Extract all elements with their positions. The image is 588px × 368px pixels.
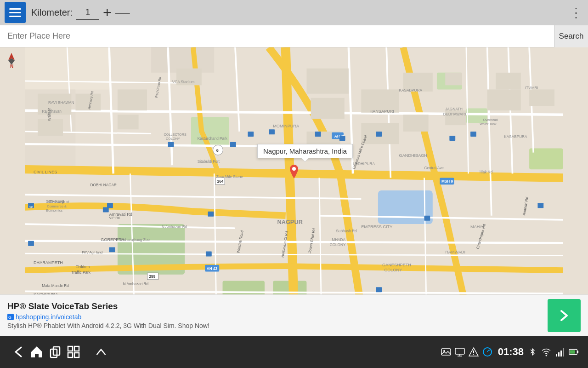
map-pin	[288, 165, 300, 179]
back-button[interactable]	[9, 343, 28, 361]
km-plus-button[interactable]: +	[103, 5, 112, 20]
svg-text:Kasturchand Park: Kasturchand Park	[198, 137, 228, 141]
svg-rect-113	[168, 142, 174, 147]
search-button[interactable]: Search	[554, 25, 588, 47]
svg-text:COLONY: COLONY	[384, 268, 402, 272]
svg-text:JAGNATH: JAGNATH	[445, 107, 463, 111]
svg-text:AH 43: AH 43	[207, 267, 218, 271]
svg-rect-127	[206, 252, 212, 257]
svg-text:N Ambazari Rd: N Ambazari Rd	[123, 282, 149, 286]
svg-text:Raj Bhavan: Raj Bhavan	[42, 109, 62, 114]
svg-text:MAHAL: MAHAL	[470, 224, 485, 229]
home-button[interactable]	[28, 343, 46, 361]
svg-text:Economics: Economics	[46, 208, 62, 213]
svg-rect-111	[28, 241, 34, 246]
svg-rect-124	[470, 132, 476, 137]
svg-text:264: 264	[217, 179, 224, 184]
sync-icon	[482, 347, 492, 357]
ad-banner: HP® Slate VoiceTab Series G hpshopping.i…	[0, 294, 588, 336]
svg-rect-128	[109, 247, 115, 252]
svg-text:GANESHPETH: GANESHPETH	[382, 263, 411, 267]
map-tooltip: Nagpur, Maharashtra, India	[257, 144, 353, 158]
svg-text:Subhash Rd: Subhash Rd	[336, 229, 357, 233]
svg-rect-18	[306, 69, 348, 94]
svg-text:Mata Mandir Rd: Mata Mandir Rd	[42, 284, 69, 288]
svg-text:Overhead: Overhead	[483, 118, 498, 122]
svg-text:Maharajbaug Zoo: Maharajbaug Zoo	[120, 238, 150, 242]
svg-text:Traffic Park: Traffic Park	[71, 270, 90, 275]
svg-text:KASABPURA: KASABPURA	[504, 135, 527, 139]
status-time: 01:38	[498, 346, 524, 358]
svg-text:6: 6	[216, 148, 219, 153]
svg-rect-158	[570, 350, 575, 353]
svg-rect-155	[563, 348, 564, 356]
svg-text:GANDHIBAGH: GANDHIBAGH	[399, 153, 427, 158]
svg-text:VIP Rd: VIP Rd	[109, 216, 120, 220]
svg-rect-28	[487, 89, 521, 110]
svg-text:KASABPURA: KASABPURA	[399, 88, 423, 92]
ad-text-container: HP® Slate VoiceTab Series G hpshopping.i…	[7, 301, 548, 329]
svg-rect-19	[311, 98, 345, 119]
svg-rect-154	[560, 351, 562, 356]
km-minus-button[interactable]: —	[115, 5, 130, 20]
svg-text:DHARAMPETH: DHARAMPETH	[34, 260, 63, 265]
ad-arrow-button[interactable]	[548, 299, 581, 332]
wifi-icon	[541, 347, 551, 357]
svg-text:MOMINPURA: MOMINPURA	[273, 124, 300, 128]
svg-rect-16	[118, 115, 139, 129]
ad-title: HP® Slate VoiceTab Series	[7, 301, 548, 311]
svg-rect-139	[74, 346, 79, 351]
svg-text:BUDHAWARI: BUDHAWARI	[443, 112, 466, 116]
svg-text:255: 255	[149, 275, 155, 279]
svg-rect-157	[577, 351, 578, 353]
svg-rect-15	[118, 89, 147, 110]
svg-text:PKV Agri land: PKV Agri land	[82, 250, 102, 254]
fullscreen-button[interactable]	[64, 343, 83, 361]
nav-bar: 01:38	[0, 336, 588, 368]
gallery-icon	[441, 347, 451, 357]
bluetooth-icon	[527, 347, 537, 357]
svg-text:COLONY: COLONY	[166, 137, 180, 141]
place-search-input[interactable]	[0, 25, 554, 47]
ad-link[interactable]: G hpshopping.in/voicetab	[7, 313, 548, 321]
svg-text:EMPRESS CITY: EMPRESS CITY	[361, 224, 392, 229]
more-options-button[interactable]: ⋮	[570, 5, 583, 20]
svg-rect-10	[529, 148, 563, 169]
svg-rect-115	[230, 142, 236, 147]
svg-text:Commerce &: Commerce &	[47, 204, 67, 208]
svg-text:LODHIPURA: LODHIPURA	[353, 162, 375, 166]
recents-button[interactable]	[46, 343, 64, 361]
svg-point-133	[292, 167, 296, 171]
svg-rect-138	[68, 346, 73, 351]
svg-rect-4	[191, 117, 229, 146]
svg-rect-125	[537, 203, 543, 208]
map-container[interactable]: Waltner Hennecy Rd Red Cross Rd Empress …	[0, 47, 588, 308]
svg-text:VCA Stadium: VCA Stadium	[172, 80, 195, 84]
svg-rect-123	[449, 136, 455, 141]
svg-rect-141	[74, 353, 79, 357]
menu-button[interactable]	[5, 2, 26, 23]
svg-text:COLONY: COLONY	[330, 243, 346, 247]
svg-rect-126	[376, 287, 382, 292]
svg-text:Central Ave: Central Ave	[424, 166, 444, 170]
tooltip-text: Nagpur, Maharashtra, India	[263, 147, 347, 155]
km-input[interactable]	[76, 5, 99, 20]
toolbar: Kilometer: + — ⋮	[0, 0, 588, 25]
svg-text:RAMWADI: RAMWADI	[445, 250, 465, 254]
svg-text:🚌: 🚌	[29, 204, 34, 208]
svg-text:MSH 9: MSH 9	[441, 179, 453, 184]
svg-text:Tilak Rd: Tilak Rd	[479, 170, 492, 174]
svg-text:RAVI BHAWAN: RAVI BHAWAN	[48, 101, 74, 105]
svg-text:G: G	[8, 315, 11, 320]
svg-text:Children: Children	[75, 265, 90, 269]
km-label: Kilometer:	[31, 7, 73, 18]
svg-rect-29	[529, 89, 554, 106]
up-button[interactable]	[92, 343, 110, 361]
svg-rect-119	[315, 132, 321, 137]
north-arrow: N	[5, 52, 18, 71]
alert-icon	[469, 347, 479, 357]
svg-text:Water Tank: Water Tank	[480, 122, 497, 126]
svg-text:CIVIL LINES: CIVIL LINES	[34, 170, 57, 174]
svg-text:ITWARI: ITWARI	[525, 86, 538, 90]
ad-description: Stylish HP® Phablet With Android 4.2.2, …	[7, 322, 548, 329]
